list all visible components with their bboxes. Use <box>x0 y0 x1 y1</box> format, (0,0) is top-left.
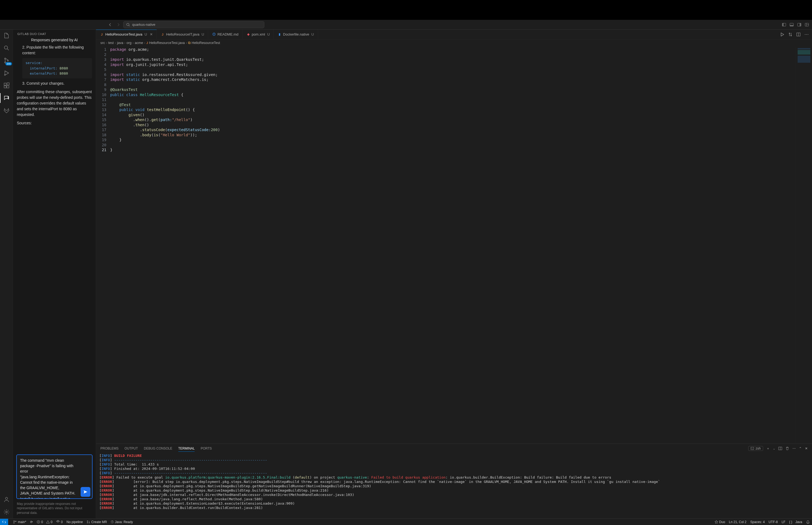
java-file-icon: J <box>100 33 104 36</box>
duo-chat-icon[interactable] <box>3 94 10 102</box>
panel-tab-debug-console[interactable]: DEBUG CONSOLE <box>144 446 172 451</box>
panel-more-icon[interactable]: ⋯ <box>793 447 796 450</box>
tab-dockerfile[interactable]: ▮ Dockerfile.native U <box>274 30 318 39</box>
ports-status[interactable]: 0 <box>56 520 63 524</box>
duo-status[interactable]: Duo <box>715 520 725 524</box>
panel-tab-ports[interactable]: PORTS <box>201 446 212 451</box>
chat-send-button[interactable] <box>81 487 90 497</box>
panel-chevron-icon[interactable]: ⌃ <box>799 447 802 450</box>
svg-rect-2 <box>782 23 784 26</box>
panel-tab-output[interactable]: OUTPUT <box>125 446 138 451</box>
code-editor[interactable]: 123456789101112131415161718192021 packag… <box>96 46 812 444</box>
indentation[interactable]: Spaces: 4 <box>750 520 765 524</box>
extensions-icon[interactable] <box>3 82 10 89</box>
split-terminal-icon[interactable] <box>778 447 782 450</box>
explorer-icon[interactable] <box>3 32 10 39</box>
tab-helloresourceit[interactable]: J HelloResourceIT.java U <box>157 30 208 39</box>
terminal-output[interactable]: [INFO] BUILD FAILURE [INFO] ------------… <box>96 453 812 519</box>
svg-rect-14 <box>4 86 6 88</box>
minimap[interactable] <box>796 46 812 444</box>
svg-point-23 <box>14 523 14 523</box>
svg-point-26 <box>58 522 58 522</box>
eol[interactable]: LF <box>782 520 785 524</box>
title-bar: quarkus-native <box>0 20 812 30</box>
cursor-position[interactable]: Ln 21, Col 2 <box>729 520 747 524</box>
problems-status[interactable]: 0 0 <box>37 520 53 524</box>
new-terminal-button[interactable]: ＋ <box>766 446 770 451</box>
customize-layout-icon[interactable] <box>805 22 809 27</box>
docker-file-icon: ▮ <box>278 33 281 36</box>
svg-rect-15 <box>7 86 9 88</box>
compare-changes-icon[interactable] <box>788 32 793 36</box>
more-actions-icon[interactable]: ⋯ <box>805 32 809 37</box>
chat-history[interactable]: Responses generated by AI 2. Populate th… <box>13 37 96 452</box>
info-file-icon: ⓘ <box>212 33 216 36</box>
svg-rect-16 <box>7 83 9 85</box>
settings-gear-icon[interactable] <box>3 508 10 516</box>
svg-point-11 <box>7 60 9 61</box>
tab-readme[interactable]: ⓘ README.md <box>208 30 242 39</box>
scm-badge: 209 <box>5 62 12 65</box>
close-tab-icon[interactable]: ✕ <box>150 32 153 36</box>
editor-group: J HelloResourceTest.java U ✕ J HelloReso… <box>96 30 812 519</box>
bottom-panel: PROBLEMS OUTPUT DEBUG CONSOLE TERMINAL P… <box>96 444 812 519</box>
language-mode[interactable]: { } Java <box>789 520 802 524</box>
svg-point-0 <box>127 23 129 26</box>
status-bar: main* ⟳ 0 0 0 No pipeline Create MR Java… <box>0 519 812 525</box>
gitlab-icon[interactable] <box>3 107 10 114</box>
nav-back-button[interactable] <box>107 22 113 28</box>
toggle-primary-sidebar-icon[interactable] <box>782 22 786 27</box>
nav-forward-button[interactable] <box>115 22 121 28</box>
chat-step-2: 2. Populate the file with the following … <box>17 45 92 56</box>
panel-tab-terminal[interactable]: TERMINAL <box>178 446 195 452</box>
create-mr[interactable]: Create MR <box>87 520 107 524</box>
svg-rect-6 <box>800 23 801 26</box>
search-text: quarkus-native <box>132 22 155 27</box>
kill-terminal-icon[interactable] <box>785 447 789 450</box>
terminal-icon <box>751 447 754 450</box>
svg-point-22 <box>14 521 14 522</box>
terminal-shell-chip[interactable]: zsh <box>748 446 763 451</box>
panel-close-icon[interactable]: ✕ <box>805 447 808 450</box>
java-status[interactable]: Java: Ready <box>111 520 133 524</box>
breadcrumb[interactable]: src› test› java› org› acme› J HelloResou… <box>96 39 812 46</box>
editor-tabs: J HelloResourceTest.java U ✕ J HelloReso… <box>96 30 812 39</box>
svg-rect-4 <box>790 25 794 26</box>
tab-helloresourcetest[interactable]: J HelloResourceTest.java U ✕ <box>96 30 157 39</box>
chat-sources-label: Sources: <box>17 120 92 126</box>
chat-code-block: service: internalPort: 8080 externalPort… <box>22 58 92 78</box>
xml-file-icon: ◆ <box>246 33 250 36</box>
code-content: package org.acme; import io.quarkus.test… <box>110 46 796 444</box>
svg-point-24 <box>15 521 16 522</box>
svg-point-27 <box>87 521 88 522</box>
tab-pomxml[interactable]: ◆ pom.xml U <box>243 30 274 39</box>
run-debug-icon[interactable] <box>3 69 10 77</box>
notifications-icon[interactable] <box>806 520 810 524</box>
run-button[interactable] <box>780 32 784 36</box>
accounts-icon[interactable] <box>3 496 10 503</box>
vscode-window: quarkus-native 209 GITLAB DUO CHAT <box>0 20 812 525</box>
svg-point-18 <box>6 511 7 513</box>
java-file-icon: J <box>161 33 165 36</box>
source-control-icon[interactable]: 209 <box>3 57 10 64</box>
chat-panel: GITLAB DUO CHAT Responses generated by A… <box>13 30 96 519</box>
command-center-search[interactable]: quarkus-native <box>123 21 264 28</box>
toggle-panel-icon[interactable] <box>789 22 794 27</box>
chat-disclaimer: May provide inappropriate responses not … <box>13 500 96 519</box>
git-branch[interactable]: main* <box>13 520 26 524</box>
svg-point-29 <box>89 522 90 523</box>
encoding[interactable]: UTF-8 <box>769 520 778 524</box>
panel-tab-problems[interactable]: PROBLEMS <box>101 446 119 451</box>
chat-input[interactable]: The command "mvn clean package -Pnative"… <box>17 455 79 498</box>
terminal-dropdown-icon[interactable]: ⌄ <box>773 447 775 450</box>
send-icon <box>83 490 88 494</box>
split-editor-icon[interactable] <box>796 32 801 36</box>
svg-point-28 <box>87 522 88 523</box>
toggle-secondary-sidebar-icon[interactable] <box>797 22 802 27</box>
remote-indicator[interactable] <box>0 519 8 525</box>
git-sync[interactable]: ⟳ <box>30 520 33 524</box>
search-activity-icon[interactable] <box>3 44 10 52</box>
chat-input-container: The command "mvn clean package -Pnative"… <box>16 454 93 499</box>
pipeline-status[interactable]: No pipeline <box>66 520 83 524</box>
chat-paragraph: After committing these changes, subseque… <box>17 89 92 118</box>
